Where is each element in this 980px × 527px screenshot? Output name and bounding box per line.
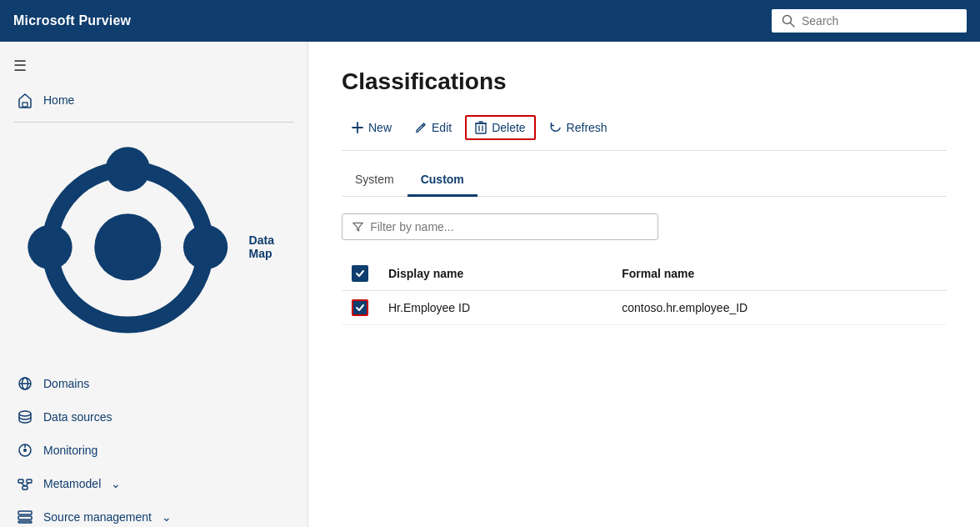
- svg-point-3: [94, 213, 161, 280]
- sidebar-item-source-management[interactable]: Source management ⌄: [0, 500, 308, 527]
- source-management-chevron-icon: ⌄: [162, 510, 172, 524]
- filter-bar[interactable]: [342, 213, 658, 240]
- svg-rect-22: [18, 521, 32, 523]
- metamodel-icon: [17, 475, 33, 492]
- edit-icon: [415, 122, 427, 133]
- header-checkbox[interactable]: [352, 265, 368, 282]
- sidebar-item-data-sources-label: Data sources: [43, 410, 112, 424]
- sidebar-item-data-map-label: Data Map: [249, 233, 291, 260]
- sidebar-item-home[interactable]: Home: [0, 83, 308, 117]
- sidebar-item-monitoring[interactable]: Monitoring: [0, 434, 308, 467]
- hamburger-menu[interactable]: ☰: [0, 48, 308, 83]
- table-header-row: Display name Formal name: [342, 257, 947, 291]
- page-title: Classifications: [342, 68, 947, 95]
- data-sources-icon: [17, 409, 33, 425]
- svg-rect-16: [27, 479, 32, 483]
- monitoring-icon: [17, 442, 33, 459]
- svg-rect-15: [18, 479, 23, 483]
- search-icon: [782, 14, 795, 28]
- row-checkmark-icon: [355, 303, 365, 313]
- td-checkbox: [342, 291, 378, 325]
- sidebar-item-source-management-label: Source management: [43, 510, 152, 524]
- sidebar-item-home-label: Home: [43, 93, 74, 107]
- sidebar-item-data-sources[interactable]: Data sources: [0, 400, 308, 434]
- svg-rect-2: [22, 103, 28, 107]
- home-icon: [17, 92, 33, 108]
- sidebar: ☰ Home Data Map: [0, 42, 308, 527]
- new-button[interactable]: New: [342, 115, 402, 140]
- filter-input[interactable]: [370, 220, 648, 233]
- sidebar-divider-1: [13, 122, 294, 123]
- metamodel-chevron-icon: ⌄: [111, 477, 121, 490]
- svg-point-6: [183, 225, 228, 269]
- svg-point-5: [28, 225, 72, 269]
- svg-rect-21: [18, 516, 32, 519]
- source-management-icon: [17, 509, 33, 525]
- topbar: Microsoft Purview: [0, 0, 980, 42]
- delete-button[interactable]: Delete: [465, 115, 535, 140]
- sidebar-item-metamodel-label: Metamodel: [43, 477, 101, 490]
- td-display-name: Hr.Employee ID: [378, 291, 612, 325]
- th-formal-name: Formal name: [612, 257, 947, 291]
- svg-line-1: [791, 23, 795, 28]
- th-display-name: Display name: [378, 257, 612, 291]
- new-button-label: New: [368, 121, 392, 134]
- main-layout: ☰ Home Data Map: [0, 42, 980, 527]
- delete-button-label: Delete: [492, 121, 525, 134]
- edit-button[interactable]: Edit: [405, 115, 462, 140]
- svg-point-11: [19, 411, 31, 416]
- sidebar-item-metamodel[interactable]: Metamodel ⌄: [0, 467, 308, 500]
- search-input[interactable]: [802, 14, 957, 28]
- classifications-table: Display name Formal name Hr.Employee ID …: [342, 257, 947, 325]
- search-bar[interactable]: [772, 9, 967, 33]
- filter-icon: [352, 221, 363, 233]
- domains-icon: [17, 375, 33, 392]
- edit-button-label: Edit: [432, 121, 452, 134]
- svg-point-13: [23, 449, 27, 452]
- refresh-button[interactable]: Refresh: [539, 115, 618, 140]
- tabs: System Custom: [342, 164, 947, 197]
- content-area: Classifications New Edit: [308, 42, 980, 527]
- svg-rect-30: [476, 123, 486, 133]
- tab-custom[interactable]: Custom: [408, 164, 478, 197]
- plus-icon: [352, 122, 363, 133]
- th-checkbox: [342, 257, 378, 291]
- trash-icon: [475, 121, 487, 134]
- refresh-button-label: Refresh: [567, 121, 608, 134]
- sidebar-item-domains-label: Domains: [43, 377, 89, 390]
- sidebar-item-data-map[interactable]: Data Map: [0, 128, 308, 367]
- data-map-icon: [17, 136, 239, 359]
- refresh-icon: [549, 122, 562, 134]
- sidebar-item-domains[interactable]: Domains: [0, 367, 308, 400]
- svg-line-29: [422, 125, 424, 127]
- svg-rect-20: [18, 511, 32, 514]
- svg-point-7: [106, 147, 150, 191]
- table-row: Hr.Employee ID contoso.hr.employee_ID: [342, 291, 947, 325]
- toolbar: New Edit Delete: [342, 115, 947, 151]
- svg-rect-17: [22, 486, 28, 489]
- app-title: Microsoft Purview: [13, 13, 131, 28]
- td-formal-name: contoso.hr.employee_ID: [612, 291, 947, 325]
- sidebar-item-monitoring-label: Monitoring: [43, 444, 98, 457]
- row-checkbox[interactable]: [352, 299, 368, 316]
- tab-system[interactable]: System: [342, 164, 408, 197]
- checkmark-icon: [355, 269, 365, 279]
